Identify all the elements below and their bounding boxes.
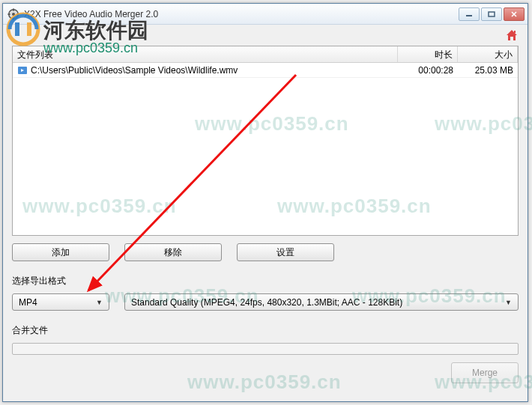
quality-select[interactable]: Standard Quality (MPEG4, 24fps, 480x320,… [124,293,519,311]
maximize-button[interactable] [481,7,502,21]
svg-rect-5 [8,13,10,15]
svg-rect-9 [514,31,516,33]
output-format-label: 选择导出格式 [12,275,519,287]
header-duration[interactable]: 时长 [398,46,458,62]
svg-rect-3 [13,8,14,10]
content-area: 文件列表 时长 大小 C:\Users\Public\Videos\Sample… [3,46,528,392]
file-buttons-row: 添加 移除 设置 [12,243,519,261]
home-icon[interactable] [505,28,519,42]
svg-rect-7 [466,15,472,16]
format-select[interactable]: MP4 ▼ [12,293,109,311]
svg-point-2 [12,13,15,16]
cell-duration: 00:00:28 [398,65,458,76]
cell-filename: C:\Users\Public\Videos\Sample Videos\Wil… [13,65,398,76]
merge-label: 合并文件 [12,324,519,337]
remove-button[interactable]: 移除 [124,243,222,261]
progress-bar [12,343,519,355]
minimize-button[interactable] [459,7,480,21]
svg-rect-4 [13,17,14,19]
settings-button[interactable]: 设置 [237,243,334,261]
file-list-header: 文件列表 时长 大小 [13,46,518,63]
header-size[interactable]: 大小 [458,46,518,62]
svg-rect-6 [17,13,19,15]
add-button[interactable]: 添加 [12,243,109,261]
window-controls [459,7,525,21]
file-list: 文件列表 时长 大小 C:\Users\Public\Videos\Sample… [12,46,519,236]
cell-size: 25.03 MB [458,65,518,76]
merge-row: Merge [12,362,519,383]
window-title: X2X Free Video Audio Merger 2.0 [24,9,459,19]
merge-button[interactable]: Merge [451,362,519,383]
app-icon [7,8,19,20]
close-button[interactable] [504,7,525,21]
titlebar: X2X Free Video Audio Merger 2.0 [3,4,528,25]
quality-value: Standard Quality (MPEG4, 24fps, 480x320,… [131,297,402,308]
svg-rect-8 [489,12,495,16]
table-row[interactable]: C:\Users\Public\Videos\Sample Videos\Wil… [13,63,518,78]
chevron-down-icon: ▼ [96,299,103,306]
video-file-icon [17,65,28,76]
format-row: MP4 ▼ Standard Quality (MPEG4, 24fps, 48… [12,293,519,311]
chevron-down-icon: ▼ [505,299,512,306]
toolbar [3,25,528,46]
format-value: MP4 [19,297,37,308]
app-window: X2X Free Video Audio Merger 2.0 文件列表 时长 [2,3,528,402]
file-path: C:\Users\Public\Videos\Sample Videos\Wil… [31,65,238,76]
header-filename[interactable]: 文件列表 [13,46,398,62]
